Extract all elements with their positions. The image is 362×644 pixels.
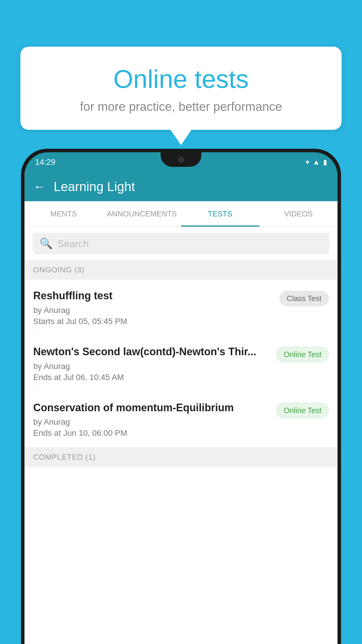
phone-inner: 14:29 ▾ ▲ ▮ ← Learning Light MENTS ANNOU…: [24, 152, 338, 644]
tab-bar: MENTS ANNOUNCEMENTS TESTS VIDEOS: [24, 201, 338, 227]
wifi-icon: ▾: [306, 158, 309, 166]
ongoing-section-header: ONGOING (3): [24, 260, 338, 280]
camera: [178, 156, 184, 163]
test-info-1: Reshuffling test by Anurag Starts at Jul…: [33, 289, 274, 326]
test-by-1: by Anurag: [33, 306, 274, 315]
test-name-2: Newton's Second law(contd)-Newton's Thir…: [33, 345, 270, 359]
test-item-2[interactable]: Newton's Second law(contd)-Newton's Thir…: [24, 336, 338, 392]
search-input-wrap[interactable]: 🔍 Search: [33, 233, 329, 254]
test-by-3: by Anurag: [33, 417, 270, 427]
status-time: 14:29: [35, 158, 55, 167]
status-bar: 14:29 ▾ ▲ ▮: [24, 152, 338, 172]
test-info-3: Conservation of momentum-Equilibrium by …: [33, 401, 270, 438]
back-button[interactable]: ←: [33, 180, 45, 194]
status-icons: ▾ ▲ ▮: [306, 158, 327, 166]
phone-device: 14:29 ▾ ▲ ▮ ← Learning Light MENTS ANNOU…: [21, 149, 341, 644]
test-time-1: Starts at Jul 05, 05:45 PM: [33, 317, 274, 326]
test-by-2: by Anurag: [33, 362, 270, 371]
test-time-3: Ends at Jun 10, 06:00 PM: [33, 428, 270, 438]
tab-assignments[interactable]: MENTS: [24, 201, 103, 227]
tab-announcements[interactable]: ANNOUNCEMENTS: [103, 201, 181, 227]
test-item-3[interactable]: Conservation of momentum-Equilibrium by …: [24, 392, 338, 448]
search-icon: 🔍: [40, 237, 53, 250]
test-time-2: Ends at Jul 06, 10:45 AM: [33, 373, 270, 382]
bubble-title: Online tests: [35, 64, 327, 94]
test-name-1: Reshuffling test: [33, 289, 274, 303]
notch: [161, 152, 201, 167]
battery-icon: ▮: [323, 158, 327, 166]
test-name-3: Conservation of momentum-Equilibrium: [33, 401, 270, 415]
search-bar: 🔍 Search: [24, 227, 338, 260]
signal-icon: ▲: [313, 158, 320, 166]
app-bar: ← Learning Light: [24, 172, 338, 201]
bubble-subtitle: for more practice, better performance: [35, 100, 327, 114]
test-list: Reshuffling test by Anurag Starts at Jul…: [24, 280, 338, 447]
badge-online-test-3: Online Test: [276, 403, 329, 418]
badge-class-test-1: Class Test: [280, 291, 329, 306]
test-item-1[interactable]: Reshuffling test by Anurag Starts at Jul…: [24, 280, 338, 336]
completed-section-header: COMPLETED (1): [24, 447, 338, 467]
phone-screen: ← Learning Light MENTS ANNOUNCEMENTS TES…: [24, 172, 338, 644]
tab-videos[interactable]: VIDEOS: [259, 201, 338, 227]
tab-tests[interactable]: TESTS: [181, 201, 259, 227]
badge-online-test-2: Online Test: [276, 347, 329, 362]
app-title: Learning Light: [54, 179, 135, 194]
search-placeholder: Search: [57, 238, 89, 249]
speech-bubble: Online tests for more practice, better p…: [20, 47, 342, 130]
test-info-2: Newton's Second law(contd)-Newton's Thir…: [33, 345, 270, 382]
